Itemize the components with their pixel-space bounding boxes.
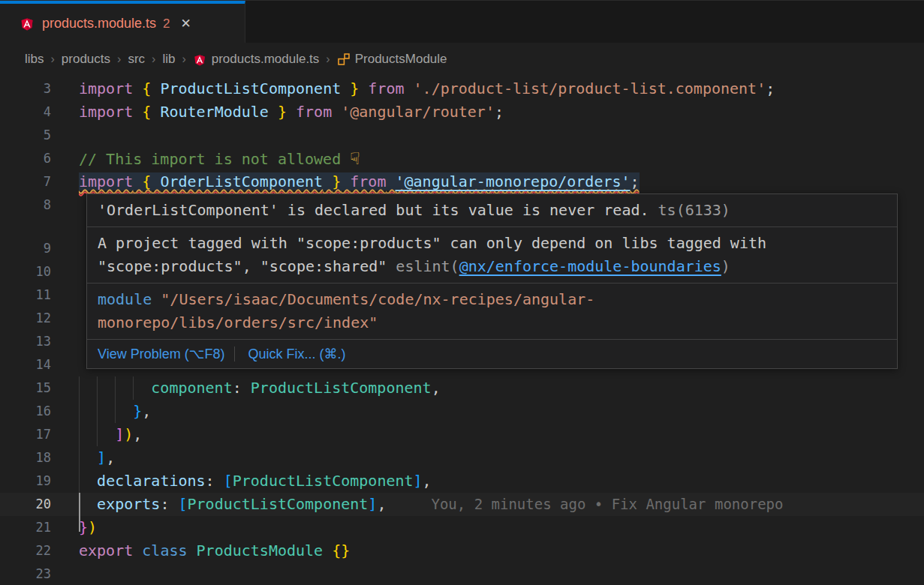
code-token: :	[206, 472, 215, 490]
line-number[interactable]: 4	[0, 100, 51, 124]
code-token	[287, 103, 296, 121]
code-line-content[interactable]: ]),	[79, 423, 142, 446]
code-token: ;	[495, 103, 504, 121]
code-line: 17 ]),	[0, 423, 924, 446]
tab-products-module[interactable]: products.module.ts 2 ✕	[0, 1, 245, 44]
breadcrumb-item-products-module-ts[interactable]: products.module.ts	[193, 52, 320, 67]
line-number[interactable]: 21	[0, 516, 51, 539]
breadcrumb-item-src[interactable]: src	[128, 52, 145, 67]
code-line-content[interactable]: export class ProductsModule {}	[79, 539, 350, 562]
code-token: ]	[97, 448, 106, 466]
line-number[interactable]: 7	[0, 170, 51, 194]
code-line: 7import { OrderListComponent } from '@an…	[0, 170, 924, 194]
line-number[interactable]: 11	[0, 284, 51, 307]
line-number[interactable]: 15	[0, 376, 51, 400]
code-token: ;	[766, 80, 775, 98]
code-line: 3import { ProductListComponent } from '.…	[0, 77, 924, 100]
code-token	[359, 80, 368, 98]
code-token	[79, 495, 97, 513]
code-editor[interactable]: 3import { ProductListComponent } from '.…	[0, 75, 924, 585]
eslint-rule-link[interactable]: @nx/enforce-module-boundaries	[459, 257, 721, 275]
hover-text	[152, 290, 161, 308]
line-number[interactable]: 13	[0, 330, 51, 353]
code-token	[341, 172, 350, 190]
hover-text: 'OrderListComponent' is declared but its…	[98, 201, 649, 219]
line-number[interactable]: 9	[0, 237, 51, 260]
code-token	[133, 103, 142, 121]
code-token: {}	[332, 542, 350, 560]
code-line-content[interactable]: ],	[79, 446, 115, 470]
code-line: 22export class ProductsModule {}	[0, 539, 924, 562]
code-line-content[interactable]: component: ProductListComponent,	[79, 376, 441, 400]
code-token	[151, 172, 160, 190]
hover-text: "/Users/isaac/Documents/code/nx-recipes/…	[161, 290, 594, 308]
tab-bar: products.module.ts 2 ✕	[0, 0, 924, 43]
line-number[interactable]: 22	[0, 539, 51, 562]
line-number[interactable]: 5	[0, 124, 51, 147]
line-number[interactable]: 18	[0, 446, 51, 470]
breadcrumb-item-productsmodule[interactable]: ProductsModule	[337, 52, 447, 67]
line-number[interactable]: 8	[0, 194, 51, 217]
code-token	[215, 472, 224, 490]
class-symbol-icon	[337, 52, 351, 66]
code-line: 5	[0, 124, 924, 147]
code-token: ]	[368, 495, 377, 513]
code-token: // This import is not allowed	[79, 150, 350, 168]
breadcrumb-item-lib[interactable]: lib	[162, 52, 175, 67]
breadcrumb-label: products.module.ts	[212, 52, 320, 67]
code-line-content[interactable]: })	[79, 516, 97, 539]
line-number[interactable]: 20	[0, 493, 51, 516]
hover-message-line: "scope:products", "scope:shared" eslint(…	[98, 255, 886, 278]
code-line-content[interactable]: import { OrderListComponent } from '@ang…	[79, 170, 640, 194]
hover-message: 'OrderListComponent' is declared but its…	[87, 194, 897, 227]
code-line-content[interactable]: import { RouterModule } from '@angular/r…	[79, 100, 504, 124]
code-token: )	[124, 425, 133, 443]
hover-text: ts(6133)	[649, 201, 730, 219]
line-number[interactable]: 12	[0, 307, 51, 330]
hover-actions-bar: View Problem (⌥F8)Quick Fix... (⌘.)	[87, 340, 897, 368]
hover-text: module	[98, 290, 152, 308]
view-problem-action[interactable]: View Problem (⌥F8)	[98, 346, 224, 362]
line-number[interactable]: 3	[0, 77, 51, 100]
code-token: './product-list/product-list.component'	[414, 80, 766, 98]
hover-text: A project tagged with "scope:products" c…	[98, 234, 766, 252]
angular-file-icon	[20, 16, 35, 32]
code-token	[133, 172, 142, 190]
code-token: declarations	[97, 472, 206, 490]
line-number[interactable]: 14	[0, 353, 51, 376]
hover-message-line: monorepo/libs/orders/src/index"	[98, 311, 886, 334]
code-token	[188, 542, 197, 560]
quick-fix-action[interactable]: Quick Fix... (⌘.)	[234, 346, 345, 362]
close-icon[interactable]: ✕	[181, 17, 191, 30]
code-line-content[interactable]: declarations: [ProductListComponent],	[79, 470, 432, 493]
breadcrumb-separator-icon: ›	[51, 52, 55, 66]
code-token: from	[350, 172, 386, 190]
code-line: 4import { RouterModule } from '@angular/…	[0, 100, 924, 124]
code-line-content[interactable]: },	[79, 400, 151, 423]
code-token: import	[79, 172, 133, 190]
line-number[interactable]: 19	[0, 470, 51, 493]
code-token	[341, 80, 350, 98]
line-number[interactable]: 10	[0, 260, 51, 284]
line-number[interactable]: 16	[0, 400, 51, 423]
line-number[interactable]: 17	[0, 423, 51, 446]
hover-text: "scope:products", "scope:shared"	[98, 257, 396, 275]
pointing-down-emoji: ☟	[350, 149, 360, 168]
breadcrumb-item-products[interactable]: products	[62, 52, 110, 67]
code-line-content[interactable]: // This import is not allowed ☟	[79, 147, 360, 171]
code-token	[169, 495, 178, 513]
git-blame-annotation: You, 2 minutes ago • Fix Angular monorep…	[431, 496, 783, 512]
code-token	[133, 542, 142, 560]
code-token: ,	[106, 448, 115, 466]
line-number[interactable]: 6	[0, 147, 51, 170]
breadcrumb-label: libs	[25, 52, 44, 67]
import-path-link[interactable]: '@angular-monorepo/orders'	[396, 172, 631, 190]
breadcrumb-item-libs[interactable]: libs	[25, 52, 44, 67]
code-line-content[interactable]: import { ProductListComponent } from './…	[79, 77, 775, 100]
code-token: ,	[423, 472, 432, 490]
line-number[interactable]: 23	[0, 562, 51, 585]
code-line-content[interactable]: exports: [ProductListComponent],You, 2 m…	[79, 493, 783, 516]
code-token	[323, 542, 332, 560]
error-hover-popup: 'OrderListComponent' is declared but its…	[86, 194, 898, 369]
code-line: 20 exports: [ProductListComponent],You, …	[0, 493, 924, 516]
